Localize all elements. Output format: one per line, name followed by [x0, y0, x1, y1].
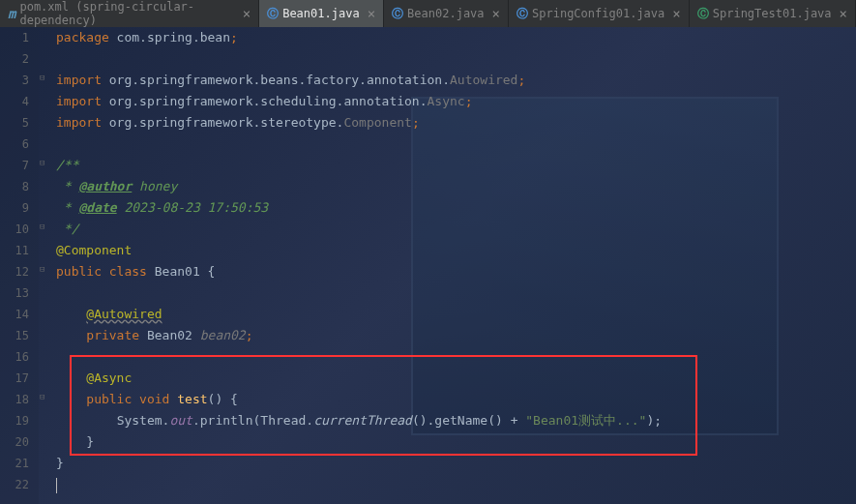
fold-icon[interactable]: ⊟ [40, 222, 44, 231]
line-number: 22 [0, 474, 29, 495]
close-icon[interactable]: × [840, 6, 847, 21]
close-icon[interactable]: × [368, 6, 375, 21]
tab-bean01[interactable]: Ⓒ Bean01.java × [259, 0, 384, 27]
maven-icon: m [8, 6, 15, 21]
close-icon[interactable]: × [243, 6, 251, 21]
close-icon[interactable]: × [492, 6, 500, 21]
class-icon: Ⓒ [392, 6, 403, 22]
tab-springtest[interactable]: Ⓒ SpringTest01.java × [690, 0, 856, 27]
class-icon: Ⓒ [517, 6, 528, 22]
line-number: 4 [0, 91, 29, 112]
line-number: 2 [0, 48, 29, 70]
tab-label: SpringConfig01.java [532, 7, 664, 20]
tab-label: Bean02.java [407, 7, 484, 20]
code-area[interactable]: package com.spring.bean; import org.spri… [52, 27, 856, 504]
line-number: 3 [0, 70, 29, 91]
line-number: 13 [0, 282, 29, 304]
line-number: 17 [0, 368, 29, 389]
line-number: 20 [0, 431, 29, 453]
editor-tabs: m pom.xml (spring-circular-dependency) ×… [0, 0, 856, 27]
tab-bean02[interactable]: Ⓒ Bean02.java × [384, 0, 509, 27]
line-number: 14 [0, 304, 29, 325]
test-class-icon: Ⓒ [697, 6, 709, 22]
line-number: 18 [0, 389, 29, 410]
line-number: 8 [0, 176, 29, 197]
line-number: 19 [0, 410, 29, 431]
tab-label: Bean01.java [282, 7, 359, 20]
class-icon: Ⓒ [267, 6, 279, 22]
fold-column: ⊟ ⊟ ⊟ ⊟ ⊟ [39, 27, 52, 504]
fold-icon[interactable]: ⊟ [40, 158, 44, 167]
line-number: 10 [0, 219, 29, 240]
line-number: 16 [0, 346, 29, 368]
tab-label: pom.xml (spring-circular-dependency) [19, 0, 234, 27]
line-gutter: 1 2 3 4 5 6 7 8 9 10 11 12 13 14 15 16 1… [0, 27, 39, 504]
line-number: 1 [0, 27, 29, 48]
code-editor[interactable]: 1 2 3 4 5 6 7 8 9 10 11 12 13 14 15 16 1… [0, 27, 856, 504]
line-number: 21 [0, 453, 29, 474]
fold-icon[interactable]: ⊟ [40, 264, 44, 274]
tab-label: SpringTest01.java [713, 7, 832, 20]
line-number: 9 [0, 197, 29, 219]
fold-icon[interactable]: ⊟ [40, 73, 44, 82]
tab-springconfig[interactable]: Ⓒ SpringConfig01.java × [509, 0, 690, 27]
line-number: 5 [0, 112, 29, 133]
caret [56, 478, 57, 493]
close-icon[interactable]: × [672, 6, 680, 21]
line-number: 7 [0, 155, 29, 176]
line-number: 6 [0, 133, 29, 155]
line-number: 11 [0, 240, 29, 261]
line-number: 12 [0, 261, 29, 282]
fold-icon[interactable]: ⊟ [40, 392, 44, 401]
tab-pom[interactable]: m pom.xml (spring-circular-dependency) × [0, 0, 259, 27]
line-number: 15 [0, 325, 29, 346]
